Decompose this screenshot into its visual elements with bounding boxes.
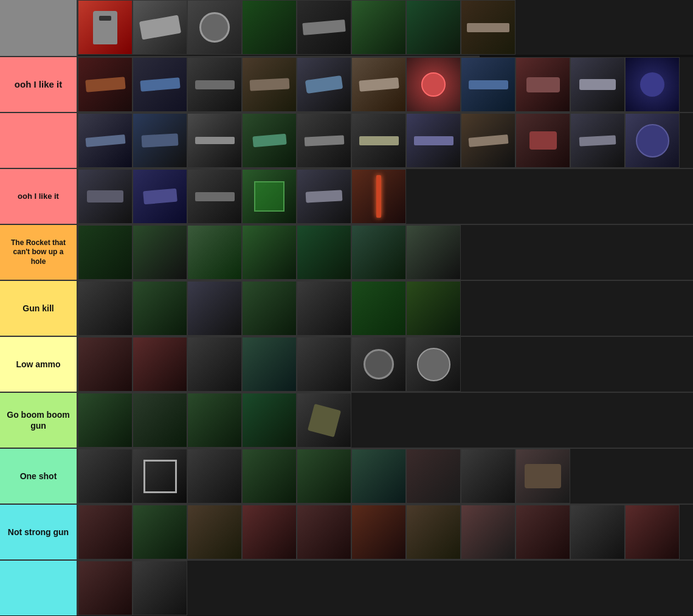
list-item[interactable] xyxy=(406,57,461,112)
list-item[interactable] xyxy=(625,57,680,112)
list-item[interactable] xyxy=(187,0,242,55)
list-item[interactable] xyxy=(297,337,351,392)
list-item[interactable] xyxy=(351,337,406,392)
list-item[interactable] xyxy=(515,57,570,112)
list-item[interactable] xyxy=(461,113,515,168)
list-item[interactable] xyxy=(133,113,187,168)
list-item[interactable] xyxy=(242,449,297,504)
tier-row-rocket: The Rocket that can't bow up a hole xyxy=(0,225,693,281)
tier-label-rocket: The Rocket that can't bow up a hole xyxy=(0,225,78,280)
list-item[interactable] xyxy=(570,113,625,168)
tier-label-ooh-3: ooh I like it xyxy=(0,169,78,224)
list-item[interactable] xyxy=(78,393,133,448)
list-item[interactable] xyxy=(297,0,351,55)
list-item[interactable] xyxy=(351,0,406,55)
list-item[interactable] xyxy=(351,281,406,336)
list-item[interactable] xyxy=(351,169,406,224)
tier-label-gunkill: Gun kill xyxy=(0,281,78,336)
list-item[interactable] xyxy=(406,113,461,168)
list-item[interactable] xyxy=(570,505,625,559)
list-item[interactable] xyxy=(133,561,187,615)
list-item[interactable] xyxy=(133,393,187,448)
list-item[interactable] xyxy=(242,57,297,112)
list-item[interactable] xyxy=(242,169,297,224)
tier-items-ooh-1 xyxy=(78,57,693,112)
tier-items-notstrong-2 xyxy=(78,561,693,615)
list-item[interactable] xyxy=(187,113,242,168)
tier-items-ooh-3 xyxy=(78,169,693,224)
list-item[interactable] xyxy=(187,281,242,336)
list-item[interactable] xyxy=(297,225,351,280)
tier-items-ooh-2 xyxy=(78,113,693,168)
list-item[interactable] xyxy=(187,505,242,559)
list-item[interactable] xyxy=(297,281,351,336)
list-item[interactable] xyxy=(187,393,242,448)
list-item[interactable] xyxy=(133,57,187,112)
list-item[interactable] xyxy=(351,57,406,112)
list-item[interactable] xyxy=(297,505,351,559)
tier-row-gunkill: Gun kill xyxy=(0,281,693,337)
list-item[interactable] xyxy=(78,113,133,168)
list-item[interactable] xyxy=(78,0,133,55)
tier-label-notstrong: Not strong gun xyxy=(0,505,78,559)
list-item[interactable] xyxy=(133,449,187,504)
list-item[interactable] xyxy=(625,113,680,168)
list-item[interactable] xyxy=(351,449,406,504)
list-item[interactable] xyxy=(133,337,187,392)
list-item[interactable] xyxy=(406,0,461,55)
list-item[interactable] xyxy=(187,57,242,112)
list-item[interactable] xyxy=(242,0,297,55)
list-item[interactable] xyxy=(351,505,406,559)
list-item[interactable] xyxy=(187,225,242,280)
list-item[interactable] xyxy=(461,449,515,504)
list-item[interactable] xyxy=(515,449,570,504)
list-item[interactable] xyxy=(570,57,625,112)
tier-row-lowammo: Low ammo xyxy=(0,337,693,393)
list-item[interactable] xyxy=(133,0,187,55)
list-item[interactable] xyxy=(133,169,187,224)
tier-label-notstrong-2 xyxy=(0,561,78,615)
list-item[interactable] xyxy=(461,505,515,559)
list-item[interactable] xyxy=(78,169,133,224)
list-item[interactable] xyxy=(297,393,351,448)
list-item[interactable] xyxy=(78,225,133,280)
list-item[interactable] xyxy=(133,225,187,280)
list-item[interactable] xyxy=(297,113,351,168)
tier-items-notstrong-1 xyxy=(78,505,693,559)
list-item[interactable] xyxy=(242,281,297,336)
list-item[interactable] xyxy=(351,225,406,280)
list-item[interactable] xyxy=(133,281,187,336)
list-item[interactable] xyxy=(461,0,515,55)
tier-row-ooh-1: ooh I like it xyxy=(0,57,693,113)
list-item[interactable] xyxy=(406,281,461,336)
list-item[interactable] xyxy=(187,449,242,504)
list-item[interactable] xyxy=(406,505,461,559)
list-item[interactable] xyxy=(297,169,351,224)
list-item[interactable] xyxy=(78,505,133,559)
list-item[interactable] xyxy=(242,225,297,280)
list-item[interactable] xyxy=(242,113,297,168)
list-item[interactable] xyxy=(515,505,570,559)
list-item[interactable] xyxy=(78,561,133,615)
list-item[interactable] xyxy=(515,113,570,168)
list-item[interactable] xyxy=(187,337,242,392)
list-item[interactable] xyxy=(242,505,297,559)
list-item[interactable] xyxy=(406,225,461,280)
tier-items-lowammo xyxy=(78,337,693,392)
list-item[interactable] xyxy=(351,113,406,168)
list-item[interactable] xyxy=(187,169,242,224)
list-item[interactable] xyxy=(78,281,133,336)
list-item[interactable] xyxy=(625,505,680,559)
list-item[interactable] xyxy=(297,449,351,504)
list-item[interactable] xyxy=(242,393,297,448)
list-item[interactable] xyxy=(461,57,515,112)
header-row: TiERMAKER xyxy=(0,0,693,57)
list-item[interactable] xyxy=(406,449,461,504)
list-item[interactable] xyxy=(297,57,351,112)
list-item[interactable] xyxy=(406,337,461,392)
list-item[interactable] xyxy=(78,337,133,392)
list-item[interactable] xyxy=(242,337,297,392)
list-item[interactable] xyxy=(133,505,187,559)
list-item[interactable] xyxy=(78,57,133,112)
list-item[interactable] xyxy=(78,449,133,504)
